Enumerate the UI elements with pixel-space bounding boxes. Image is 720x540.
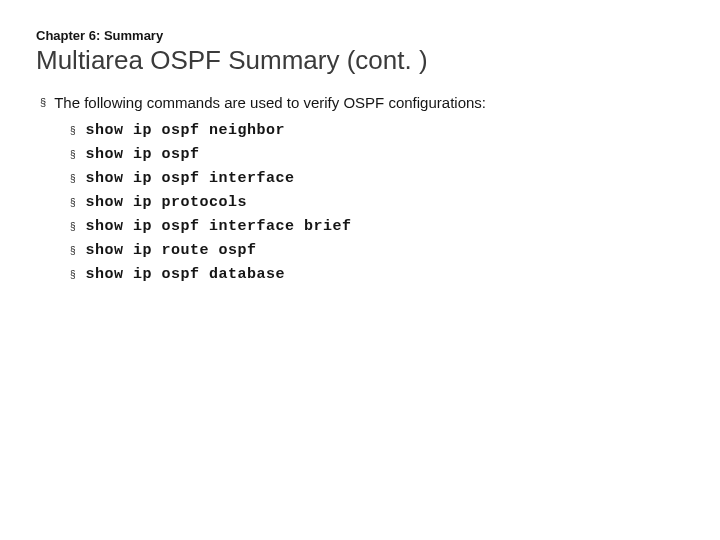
- command-text: show ip ospf interface brief: [86, 218, 352, 235]
- command-text: show ip route ospf: [86, 242, 257, 259]
- list-item: § show ip ospf interface brief: [70, 218, 684, 236]
- chapter-label: Chapter 6: Summary: [36, 28, 684, 43]
- list-item: § show ip route ospf: [70, 242, 684, 260]
- square-bullet-icon: §: [40, 94, 46, 112]
- intro-text: The following commands are used to verif…: [54, 94, 486, 111]
- list-item: § show ip protocols: [70, 194, 684, 212]
- command-list: § show ip ospf neighbor § show ip ospf §…: [70, 122, 684, 284]
- list-item: § show ip ospf neighbor: [70, 122, 684, 140]
- square-bullet-icon: §: [70, 170, 76, 188]
- square-bullet-icon: §: [70, 146, 76, 164]
- square-bullet-icon: §: [70, 122, 76, 140]
- intro-row: § The following commands are used to ver…: [40, 94, 684, 112]
- command-text: show ip ospf interface: [86, 170, 295, 187]
- square-bullet-icon: §: [70, 266, 76, 284]
- command-text: show ip protocols: [86, 194, 248, 211]
- slide-page: Chapter 6: Summary Multiarea OSPF Summar…: [0, 0, 720, 318]
- list-item: § show ip ospf interface: [70, 170, 684, 188]
- command-text: show ip ospf database: [86, 266, 286, 283]
- page-title: Multiarea OSPF Summary (cont. ): [36, 45, 684, 76]
- command-text: show ip ospf neighbor: [86, 122, 286, 139]
- square-bullet-icon: §: [70, 242, 76, 260]
- square-bullet-icon: §: [70, 194, 76, 212]
- command-text: show ip ospf: [86, 146, 200, 163]
- list-item: § show ip ospf: [70, 146, 684, 164]
- square-bullet-icon: §: [70, 218, 76, 236]
- list-item: § show ip ospf database: [70, 266, 684, 284]
